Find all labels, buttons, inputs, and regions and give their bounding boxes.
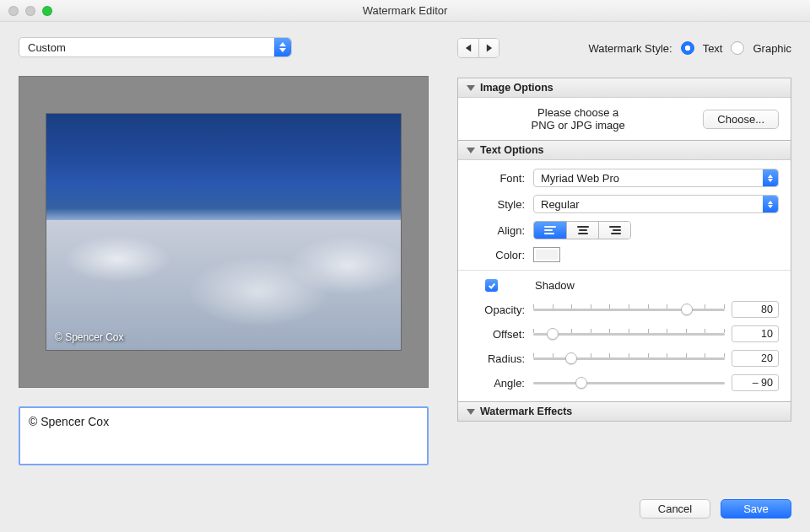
watermark-effects-panel: Watermark Effects [458, 402, 791, 421]
font-select[interactable]: Myriad Web Pro [533, 169, 779, 187]
preview-image: © Spencer Cox [46, 114, 401, 350]
font-label: Font: [470, 172, 533, 185]
select-stepper-icon[interactable] [763, 169, 778, 186]
opacity-slider[interactable] [533, 301, 725, 318]
watermark-style-label: Watermark Style: [588, 42, 672, 55]
select-stepper-icon[interactable] [763, 196, 778, 212]
style-graphic-label: Graphic [753, 42, 791, 55]
nav-arrows [457, 38, 500, 58]
opacity-label: Opacity: [470, 304, 533, 316]
text-options-header[interactable]: Text Options [458, 141, 791, 160]
angle-slider[interactable] [533, 374, 725, 391]
choose-image-button[interactable]: Choose... [703, 110, 779, 129]
color-label: Color: [470, 249, 533, 261]
font-style-label: Style: [470, 198, 533, 211]
text-options-title: Text Options [480, 144, 543, 156]
font-value: Myriad Web Pro [541, 172, 619, 185]
svg-marker-0 [465, 45, 470, 52]
image-options-header[interactable]: Image Options [458, 78, 791, 98]
minimize-window-icon[interactable] [25, 6, 35, 16]
align-left-icon [544, 226, 556, 234]
slider-thumb-icon[interactable] [681, 304, 693, 315]
window-title: Watermark Editor [0, 4, 810, 17]
preset-select[interactable]: Custom [19, 37, 292, 57]
watermark-effects-header[interactable]: Watermark Effects [458, 402, 791, 421]
style-text-label: Text [703, 42, 723, 55]
watermark-text-value: © Spencer Cox [29, 415, 109, 428]
divider [458, 270, 791, 271]
radius-label: Radius: [470, 352, 533, 365]
align-segmented [533, 221, 631, 239]
image-options-panel: Image Options Please choose a PNG or JPG… [458, 78, 791, 141]
close-window-icon[interactable] [8, 6, 19, 16]
watermark-text-input[interactable]: © Spencer Cox [19, 406, 429, 465]
zoom-window-icon[interactable] [42, 6, 52, 16]
save-button[interactable]: Save [721, 499, 791, 519]
text-options-panel: Text Options Font: Myriad Web Pro Style:… [458, 141, 791, 402]
preview-frame: © Spencer Cox [19, 76, 429, 388]
offset-input[interactable]: 10 [732, 325, 779, 342]
preset-select-value: Custom [28, 41, 66, 54]
svg-marker-1 [487, 45, 492, 52]
next-arrow-button[interactable] [478, 39, 499, 57]
disclosure-triangle-icon [467, 409, 475, 415]
slider-thumb-icon[interactable] [547, 328, 559, 340]
slider-thumb-icon[interactable] [565, 352, 577, 364]
radius-input[interactable]: 20 [732, 350, 779, 367]
radius-slider[interactable] [533, 350, 725, 367]
shadow-label: Shadow [535, 279, 575, 292]
title-bar: Watermark Editor [0, 0, 810, 22]
traffic-lights [8, 6, 52, 16]
footer-buttons: Cancel Save [640, 499, 791, 519]
image-options-title: Image Options [480, 82, 554, 94]
opacity-input[interactable]: 80 [732, 301, 779, 318]
shadow-checkbox[interactable] [485, 279, 498, 292]
angle-label: Angle: [470, 377, 533, 390]
align-left-button[interactable] [534, 222, 566, 239]
triangle-right-icon [485, 44, 493, 52]
font-style-select[interactable]: Regular [533, 195, 779, 213]
align-center-button[interactable] [566, 222, 598, 239]
check-icon [488, 282, 496, 290]
preset-stepper-icon[interactable] [274, 38, 291, 56]
offset-slider[interactable] [533, 325, 725, 342]
image-options-hint: Please choose a PNG or JPG image [470, 106, 686, 132]
style-text-radio[interactable] [681, 41, 694, 55]
prev-arrow-button[interactable] [458, 39, 478, 57]
preview-watermark-text: © Spencer Cox [55, 331, 124, 343]
disclosure-triangle-icon [467, 85, 475, 91]
angle-input[interactable]: – 90 [732, 374, 779, 391]
triangle-left-icon [465, 44, 472, 52]
font-style-value: Regular [541, 198, 580, 211]
align-right-icon [609, 226, 621, 234]
offset-label: Offset: [470, 328, 533, 341]
disclosure-triangle-icon [467, 148, 475, 153]
align-label: Align: [470, 224, 533, 237]
watermark-style-group: Watermark Style: Text Graphic [588, 41, 791, 55]
watermark-effects-title: Watermark Effects [480, 406, 572, 417]
slider-thumb-icon[interactable] [575, 377, 587, 389]
color-picker-button[interactable] [533, 247, 560, 262]
align-center-icon [577, 226, 589, 234]
align-right-button[interactable] [598, 222, 630, 239]
cancel-button[interactable]: Cancel [640, 499, 710, 519]
style-graphic-radio[interactable] [731, 41, 744, 55]
